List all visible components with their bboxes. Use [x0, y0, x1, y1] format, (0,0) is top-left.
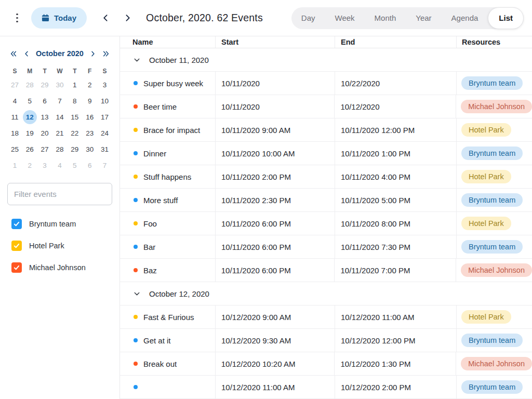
group-header-row[interactable]: October 12, 2020	[120, 282, 532, 305]
event-name: More stuff	[143, 196, 178, 205]
event-row[interactable]: Beer time10/11/202010/12/2020Michael Joh…	[120, 95, 532, 118]
next-button[interactable]	[117, 8, 138, 29]
mini-calendar-day-15[interactable]: 15	[67, 109, 82, 125]
mini-calendar-day-8[interactable]: 8	[67, 93, 82, 109]
menu-kebab-icon[interactable]	[12, 14, 22, 23]
mini-calendar-day-18[interactable]: 18	[7, 125, 22, 141]
previous-month-icon[interactable]	[23, 50, 30, 57]
view-button-day[interactable]: Day	[291, 7, 325, 29]
mini-calendar-day-29[interactable]: 29	[37, 77, 52, 93]
checkbox-checked-icon[interactable]	[11, 241, 22, 251]
event-row[interactable]: Bar10/11/2020 6:00 PM10/11/2020 7:30 PMB…	[120, 235, 532, 259]
resource-label: Michael Johnson	[29, 263, 86, 272]
today-button[interactable]: Today	[31, 7, 87, 29]
next-month-icon[interactable]	[89, 50, 96, 57]
event-end-cell: 10/12/2020	[335, 95, 456, 118]
column-header-name[interactable]: Name	[120, 36, 216, 48]
resource-item-michael-johnson[interactable]: Michael Johnson	[11, 262, 112, 273]
event-resources-cell: Hotel Park	[457, 305, 532, 328]
event-row[interactable]: Dinner10/11/2020 10:00 AM10/11/2020 1:00…	[120, 142, 532, 165]
resource-badge: Bryntum team	[461, 380, 523, 394]
mini-calendar-day-13[interactable]: 13	[37, 109, 52, 125]
mini-calendar-day-29[interactable]: 29	[67, 141, 82, 157]
mini-calendar-day-5[interactable]: 5	[67, 157, 82, 174]
event-row[interactable]: Brace for impact10/11/2020 9:00 AM10/11/…	[120, 118, 532, 142]
mini-calendar-day-10[interactable]: 10	[97, 93, 112, 109]
mini-calendar-day-4[interactable]: 4	[52, 157, 68, 174]
event-name-cell: Brace for impact	[120, 118, 216, 141]
weekday-label: T	[37, 68, 52, 75]
mini-calendar-day-9[interactable]: 9	[82, 93, 97, 109]
event-row[interactable]: Baz10/11/2020 6:00 PM10/11/2020 7:00 PMM…	[120, 259, 532, 282]
mini-calendar-day-22[interactable]: 22	[67, 125, 82, 141]
view-button-list[interactable]: List	[488, 7, 524, 29]
event-end-cell: 10/11/2020 1:00 PM	[335, 142, 457, 165]
mini-calendar-day-2[interactable]: 2	[82, 77, 97, 93]
mini-calendar-day-31[interactable]: 31	[97, 141, 112, 157]
mini-calendar-day-17[interactable]: 17	[97, 109, 112, 125]
mini-calendar-day-30[interactable]: 30	[52, 77, 68, 93]
mini-calendar-day-2[interactable]: 2	[22, 157, 37, 174]
mini-calendar-day-3[interactable]: 3	[37, 157, 52, 174]
resource-item-bryntum-team[interactable]: Bryntum team	[11, 219, 112, 229]
mini-calendar-day-27[interactable]: 27	[37, 141, 52, 157]
view-button-year[interactable]: Year	[406, 7, 441, 29]
column-header-start[interactable]: Start	[216, 36, 335, 48]
view-button-agenda[interactable]: Agenda	[442, 7, 488, 29]
chevron-down-icon[interactable]	[134, 290, 140, 297]
mini-calendar-day-6[interactable]: 6	[37, 93, 52, 109]
event-row[interactable]: 10/12/2020 11:00 AM10/12/2020 2:00 PMBry…	[120, 376, 532, 399]
mini-calendar-day-14[interactable]: 14	[52, 109, 68, 125]
mini-calendar-day-30[interactable]: 30	[82, 141, 97, 157]
view-button-week[interactable]: Week	[325, 7, 365, 29]
resource-item-hotel-park[interactable]: Hotel Park	[11, 241, 112, 251]
column-header-end[interactable]: End	[335, 36, 457, 48]
mini-calendar-day-24[interactable]: 24	[97, 125, 112, 141]
column-header-resources[interactable]: Resources	[457, 36, 532, 48]
mini-calendar-day-7[interactable]: 7	[97, 157, 112, 174]
mini-calendar-day-12[interactable]: 12	[22, 109, 37, 125]
event-row[interactable]: Get at it10/12/2020 9:30 AM10/12/2020 12…	[120, 329, 532, 352]
mini-calendar-day-28[interactable]: 28	[52, 141, 68, 157]
mini-calendar-day-5[interactable]: 5	[22, 93, 37, 109]
event-start-cell: 10/11/2020 10:00 AM	[216, 142, 335, 165]
group-header-row[interactable]: October 11, 2020	[120, 48, 532, 72]
mini-calendar-day-25[interactable]: 25	[7, 141, 22, 157]
mini-calendar-day-26[interactable]: 26	[22, 141, 37, 157]
event-resources-cell: Michael Johnson	[456, 352, 532, 375]
filter-events-input[interactable]	[7, 183, 112, 205]
mini-calendar-day-23[interactable]: 23	[82, 125, 97, 141]
mini-calendar-day-3[interactable]: 3	[97, 77, 112, 93]
mini-calendar-day-7[interactable]: 7	[52, 93, 68, 109]
mini-calendar-day-28[interactable]: 28	[22, 77, 37, 93]
chevron-down-icon[interactable]	[134, 57, 140, 63]
previous-year-icon[interactable]	[10, 50, 17, 57]
event-name: Get at it	[143, 336, 171, 345]
mini-calendar-day-4[interactable]: 4	[7, 93, 22, 109]
checkbox-checked-icon[interactable]	[11, 262, 22, 273]
mini-calendar-day-6[interactable]: 6	[82, 157, 97, 174]
mini-calendar-day-19[interactable]: 19	[22, 125, 37, 141]
resource-label: Bryntum team	[29, 220, 76, 228]
view-button-month[interactable]: Month	[365, 7, 406, 29]
previous-button[interactable]	[95, 8, 116, 29]
mini-calendar-day-21[interactable]: 21	[52, 125, 68, 141]
event-row[interactable]: Foo10/11/2020 6:00 PM10/11/2020 8:00 PMH…	[120, 212, 532, 235]
event-row[interactable]: Super busy week10/11/202010/22/2020Brynt…	[120, 72, 532, 95]
mini-calendar-day-11[interactable]: 11	[7, 109, 22, 125]
event-row[interactable]: Fast & Furious10/12/2020 9:00 AM10/12/20…	[120, 305, 532, 329]
mini-calendar-day-16[interactable]: 16	[82, 109, 97, 125]
event-resources-cell: Hotel Park	[457, 165, 532, 188]
mini-calendar-day-20[interactable]: 20	[37, 125, 52, 141]
event-name-cell: Dinner	[120, 142, 216, 165]
event-row[interactable]: More stuff10/11/2020 2:30 PM10/11/2020 5…	[120, 189, 532, 212]
mini-calendar-day-1[interactable]: 1	[67, 77, 82, 93]
resource-label: Hotel Park	[29, 242, 64, 250]
event-color-dot-icon	[134, 338, 138, 342]
event-row[interactable]: Break out10/12/2020 10:20 AM10/12/2020 1…	[120, 352, 532, 376]
checkbox-checked-icon[interactable]	[11, 219, 22, 229]
next-year-icon[interactable]	[102, 50, 110, 57]
mini-calendar-day-27[interactable]: 27	[7, 77, 22, 93]
mini-calendar-day-1[interactable]: 1	[7, 157, 22, 174]
event-row[interactable]: Stuff happens10/11/2020 2:00 PM10/11/202…	[120, 165, 532, 189]
